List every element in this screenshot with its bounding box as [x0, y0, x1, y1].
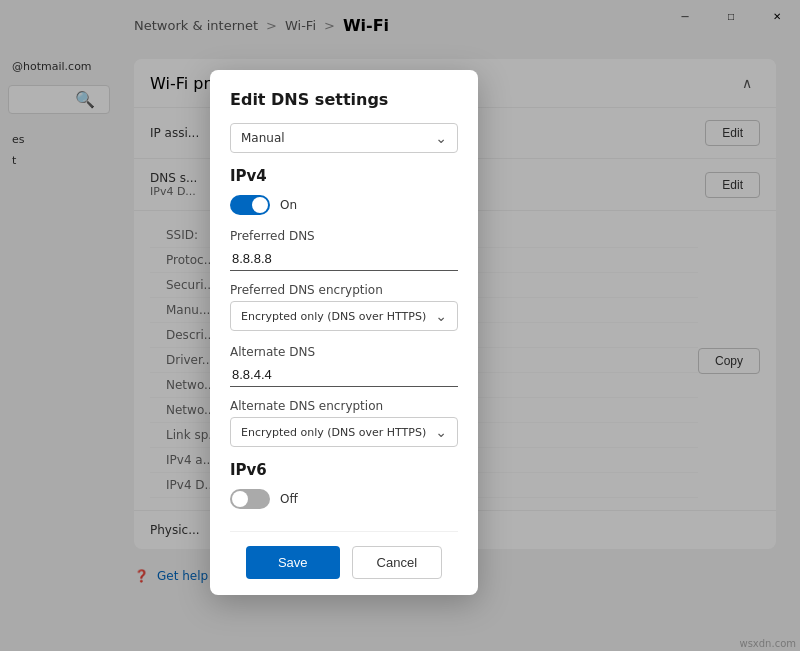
alternate-enc-label: Alternate DNS encryption	[230, 399, 458, 413]
ipv6-toggle[interactable]	[230, 489, 270, 509]
ipv6-toggle-label: Off	[280, 492, 298, 506]
alternate-enc-dropdown[interactable]: Encrypted only (DNS over HTTPS)	[230, 417, 458, 447]
ipv4-toggle[interactable]	[230, 195, 270, 215]
dns-mode-value: Manual	[241, 131, 285, 145]
ipv6-toggle-knob	[232, 491, 248, 507]
preferred-enc-chevron-icon	[435, 308, 447, 324]
dns-mode-dropdown[interactable]: Manual	[230, 123, 458, 153]
edit-dns-dialog: Edit DNS settings Manual IPv4 On Preferr…	[210, 70, 478, 595]
preferred-enc-dropdown[interactable]: Encrypted only (DNS over HTTPS)	[230, 301, 458, 331]
cancel-button[interactable]: Cancel	[352, 546, 442, 579]
preferred-enc-label: Preferred DNS encryption	[230, 283, 458, 297]
dialog-content: Edit DNS settings Manual IPv4 On Preferr…	[230, 90, 458, 523]
dialog-title: Edit DNS settings	[230, 90, 458, 109]
alternate-enc-value: Encrypted only (DNS over HTTPS)	[241, 426, 426, 439]
ipv6-heading: IPv6	[230, 461, 458, 479]
preferred-dns-label: Preferred DNS	[230, 229, 458, 243]
ipv4-toggle-row: On	[230, 195, 458, 215]
ipv4-heading: IPv4	[230, 167, 458, 185]
chevron-down-icon	[435, 130, 447, 146]
ipv6-toggle-row: Off	[230, 489, 458, 509]
alternate-dns-label: Alternate DNS	[230, 345, 458, 359]
ipv4-toggle-label: On	[280, 198, 297, 212]
preferred-enc-value: Encrypted only (DNS over HTTPS)	[241, 310, 426, 323]
preferred-dns-input[interactable]	[230, 247, 458, 271]
dialog-footer: Save Cancel	[230, 531, 458, 595]
alternate-enc-chevron-icon	[435, 424, 447, 440]
alternate-dns-input[interactable]	[230, 363, 458, 387]
save-button[interactable]: Save	[246, 546, 340, 579]
toggle-knob	[252, 197, 268, 213]
